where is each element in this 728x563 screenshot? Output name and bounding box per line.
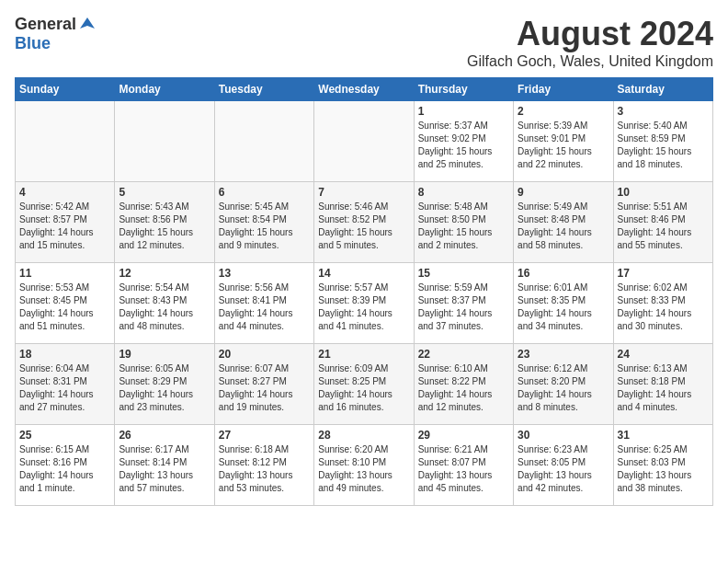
calendar-cell: 19Sunrise: 6:05 AMSunset: 8:29 PMDayligh… (115, 344, 214, 425)
cell-details: Sunrise: 6:07 AMSunset: 8:27 PMDaylight:… (219, 362, 310, 414)
col-header-saturday: Saturday (613, 78, 712, 101)
calendar-cell: 7Sunrise: 5:46 AMSunset: 8:52 PMDaylight… (314, 182, 414, 263)
title-block: August 2024 Gilfach Goch, Wales, United … (467, 15, 713, 70)
calendar-cell: 30Sunrise: 6:23 AMSunset: 8:05 PMDayligh… (514, 425, 613, 506)
col-header-sunday: Sunday (16, 78, 115, 101)
day-number: 21 (318, 348, 409, 361)
calendar-week-row: 1Sunrise: 5:37 AMSunset: 9:02 PMDaylight… (16, 101, 713, 182)
calendar-cell: 20Sunrise: 6:07 AMSunset: 8:27 PMDayligh… (214, 344, 313, 425)
day-number: 23 (518, 348, 609, 361)
calendar-cell (214, 101, 313, 182)
day-number: 29 (418, 429, 509, 442)
cell-details: Sunrise: 5:51 AMSunset: 8:46 PMDaylight:… (618, 201, 709, 252)
calendar-cell: 17Sunrise: 6:02 AMSunset: 8:33 PMDayligh… (613, 263, 712, 344)
day-number: 9 (518, 186, 609, 199)
calendar-week-row: 4Sunrise: 5:42 AMSunset: 8:57 PMDaylight… (16, 182, 713, 263)
cell-details: Sunrise: 6:13 AMSunset: 8:18 PMDaylight:… (618, 362, 709, 414)
calendar-cell: 4Sunrise: 5:42 AMSunset: 8:57 PMDaylight… (16, 182, 115, 263)
calendar-cell: 14Sunrise: 5:57 AMSunset: 8:39 PMDayligh… (314, 263, 414, 344)
day-number: 15 (418, 267, 509, 280)
logo-blue: Blue (15, 34, 51, 52)
day-number: 19 (119, 348, 210, 361)
calendar-cell: 28Sunrise: 6:20 AMSunset: 8:10 PMDayligh… (314, 425, 414, 506)
cell-details: Sunrise: 6:05 AMSunset: 8:29 PMDaylight:… (119, 362, 210, 414)
calendar-cell: 6Sunrise: 5:45 AMSunset: 8:54 PMDaylight… (214, 182, 313, 263)
cell-details: Sunrise: 5:53 AMSunset: 8:45 PMDaylight:… (19, 282, 110, 333)
col-header-friday: Friday (514, 78, 613, 101)
calendar-cell: 5Sunrise: 5:43 AMSunset: 8:56 PMDaylight… (115, 182, 214, 263)
page-header: General Blue August 2024 Gilfach Goch, W… (15, 15, 713, 70)
day-number: 25 (19, 429, 110, 442)
col-header-wednesday: Wednesday (314, 78, 414, 101)
calendar-table: SundayMondayTuesdayWednesdayThursdayFrid… (15, 77, 713, 506)
calendar-cell: 15Sunrise: 5:59 AMSunset: 8:37 PMDayligh… (414, 263, 513, 344)
day-number: 11 (19, 267, 110, 280)
day-number: 8 (418, 186, 509, 199)
calendar-cell: 23Sunrise: 6:12 AMSunset: 8:20 PMDayligh… (514, 344, 613, 425)
calendar-cell: 18Sunrise: 6:04 AMSunset: 8:31 PMDayligh… (16, 344, 115, 425)
cell-details: Sunrise: 6:21 AMSunset: 8:07 PMDaylight:… (418, 443, 509, 495)
cell-details: Sunrise: 5:39 AMSunset: 9:01 PMDaylight:… (518, 120, 609, 171)
calendar-week-row: 18Sunrise: 6:04 AMSunset: 8:31 PMDayligh… (16, 344, 713, 425)
calendar-cell (16, 101, 115, 182)
day-number: 2 (518, 105, 609, 118)
cell-details: Sunrise: 6:17 AMSunset: 8:14 PMDaylight:… (119, 443, 210, 495)
day-number: 31 (618, 429, 709, 442)
cell-details: Sunrise: 6:09 AMSunset: 8:25 PMDaylight:… (318, 362, 409, 414)
day-number: 4 (19, 186, 110, 199)
day-number: 17 (618, 267, 709, 280)
cell-details: Sunrise: 6:12 AMSunset: 8:20 PMDaylight:… (518, 362, 609, 414)
day-number: 13 (219, 267, 310, 280)
cell-details: Sunrise: 6:02 AMSunset: 8:33 PMDaylight:… (618, 282, 709, 333)
calendar-cell: 29Sunrise: 6:21 AMSunset: 8:07 PMDayligh… (414, 425, 513, 506)
day-number: 24 (618, 348, 709, 361)
logo: General Blue (15, 15, 97, 53)
day-number: 26 (119, 429, 210, 442)
day-number: 22 (418, 348, 509, 361)
cell-details: Sunrise: 5:43 AMSunset: 8:56 PMDaylight:… (119, 201, 210, 252)
day-number: 20 (219, 348, 310, 361)
svg-marker-0 (80, 17, 95, 29)
day-number: 30 (518, 429, 609, 442)
calendar-cell: 26Sunrise: 6:17 AMSunset: 8:14 PMDayligh… (115, 425, 214, 506)
day-number: 27 (219, 429, 310, 442)
day-number: 18 (19, 348, 110, 361)
cell-details: Sunrise: 6:18 AMSunset: 8:12 PMDaylight:… (219, 443, 310, 495)
calendar-cell: 9Sunrise: 5:49 AMSunset: 8:48 PMDaylight… (514, 182, 613, 263)
cell-details: Sunrise: 6:04 AMSunset: 8:31 PMDaylight:… (19, 362, 110, 414)
cell-details: Sunrise: 5:42 AMSunset: 8:57 PMDaylight:… (19, 201, 110, 252)
cell-details: Sunrise: 6:15 AMSunset: 8:16 PMDaylight:… (19, 443, 110, 495)
calendar-week-row: 11Sunrise: 5:53 AMSunset: 8:45 PMDayligh… (16, 263, 713, 344)
col-header-monday: Monday (115, 78, 214, 101)
day-number: 5 (119, 186, 210, 199)
calendar-header-row: SundayMondayTuesdayWednesdayThursdayFrid… (16, 78, 713, 101)
cell-details: Sunrise: 5:37 AMSunset: 9:02 PMDaylight:… (418, 120, 509, 171)
calendar-cell: 2Sunrise: 5:39 AMSunset: 9:01 PMDaylight… (514, 101, 613, 182)
cell-details: Sunrise: 6:25 AMSunset: 8:03 PMDaylight:… (618, 443, 709, 495)
cell-details: Sunrise: 5:40 AMSunset: 8:59 PMDaylight:… (618, 120, 709, 171)
day-number: 1 (418, 105, 509, 118)
cell-details: Sunrise: 5:45 AMSunset: 8:54 PMDaylight:… (219, 201, 310, 252)
cell-details: Sunrise: 5:49 AMSunset: 8:48 PMDaylight:… (518, 201, 609, 252)
calendar-cell (314, 101, 414, 182)
calendar-week-row: 25Sunrise: 6:15 AMSunset: 8:16 PMDayligh… (16, 425, 713, 506)
calendar-cell: 8Sunrise: 5:48 AMSunset: 8:50 PMDaylight… (414, 182, 513, 263)
calendar-cell: 24Sunrise: 6:13 AMSunset: 8:18 PMDayligh… (613, 344, 712, 425)
calendar-cell: 21Sunrise: 6:09 AMSunset: 8:25 PMDayligh… (314, 344, 414, 425)
day-number: 10 (618, 186, 709, 199)
cell-details: Sunrise: 5:56 AMSunset: 8:41 PMDaylight:… (219, 282, 310, 333)
calendar-cell: 13Sunrise: 5:56 AMSunset: 8:41 PMDayligh… (214, 263, 313, 344)
calendar-cell: 22Sunrise: 6:10 AMSunset: 8:22 PMDayligh… (414, 344, 513, 425)
location: Gilfach Goch, Wales, United Kingdom (467, 53, 713, 70)
day-number: 14 (318, 267, 409, 280)
calendar-cell: 25Sunrise: 6:15 AMSunset: 8:16 PMDayligh… (16, 425, 115, 506)
calendar-cell: 10Sunrise: 5:51 AMSunset: 8:46 PMDayligh… (613, 182, 712, 263)
day-number: 6 (219, 186, 310, 199)
cell-details: Sunrise: 6:01 AMSunset: 8:35 PMDaylight:… (518, 282, 609, 333)
cell-details: Sunrise: 5:46 AMSunset: 8:52 PMDaylight:… (318, 201, 409, 252)
calendar-cell: 1Sunrise: 5:37 AMSunset: 9:02 PMDaylight… (414, 101, 513, 182)
calendar-cell: 11Sunrise: 5:53 AMSunset: 8:45 PMDayligh… (16, 263, 115, 344)
calendar-cell: 3Sunrise: 5:40 AMSunset: 8:59 PMDaylight… (613, 101, 712, 182)
calendar-cell (115, 101, 214, 182)
calendar-cell: 27Sunrise: 6:18 AMSunset: 8:12 PMDayligh… (214, 425, 313, 506)
